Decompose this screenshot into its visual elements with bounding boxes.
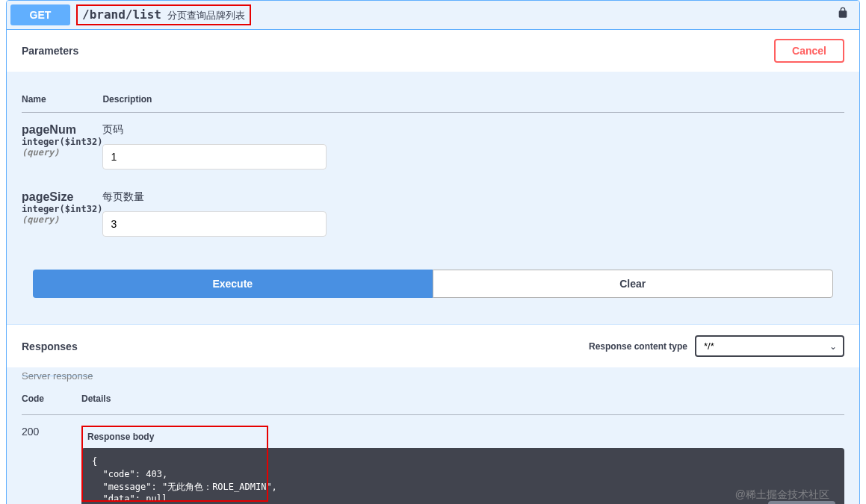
content-type-wrap: Response content type */* ⌄ [589,335,844,357]
path-text: /brand/list [82,7,161,22]
response-code-block: { "code": 403, "message": "无此角色：ROLE_ADM… [81,448,844,504]
watermark-text: @稀土掘金技术社区 [735,488,829,502]
parameters-table: Name Description pageNum integer($int32)… [22,87,844,247]
col-header-details: Details [81,383,844,415]
param-row: pageNum integer($int32) (query) 页码 [22,113,844,181]
content-type-label: Response content type [589,341,687,352]
responses-table: Code Details 200 Response body { "code":… [22,383,844,504]
responses-header: Responses Response content type */* ⌄ [7,324,859,367]
response-body-section: Server response Code Details 200 Respons… [7,367,859,504]
parameters-title: Parameters [22,45,78,57]
param-input-pagenum[interactable] [102,144,327,169]
parameters-body: Name Description pageNum integer($int32)… [7,72,859,324]
col-header-name: Name [22,87,102,113]
col-header-code: Code [22,383,81,415]
col-header-description: Description [102,87,844,113]
lock-icon[interactable] [837,7,849,22]
content-type-select[interactable]: */* [695,335,844,357]
cancel-button[interactable]: Cancel [774,39,844,63]
param-description: 页码 [102,123,844,137]
param-in: (query) [22,147,102,158]
operation-block: GET /brand/list 分页查询品牌列表 Parameters Canc… [6,0,860,504]
response-row: 200 Response body { "code": 403, "messag… [22,415,844,505]
param-type: integer($int32) [22,204,102,214]
param-in: (query) [22,214,102,225]
response-code: 200 [22,415,81,505]
responses-title: Responses [22,340,78,352]
param-name: pageNum [22,123,102,137]
param-name: pageSize [22,190,102,204]
execute-button[interactable]: Execute [33,270,433,298]
http-method-badge: GET [10,4,70,25]
param-row: pageSize integer($int32) (query) 每页数量 [22,180,844,247]
clear-button[interactable]: Clear [433,270,834,298]
param-input-pagesize[interactable] [102,211,327,237]
param-description: 每页数量 [102,190,844,204]
path-highlight: /brand/list 分页查询品牌列表 [76,4,251,25]
param-type: integer($int32) [22,137,102,147]
response-body-label: Response body [81,426,844,448]
server-response-label: Server response [22,366,844,382]
action-row: Execute Clear [22,247,844,309]
operation-summary[interactable]: GET /brand/list 分页查询品牌列表 [7,1,859,30]
path-description: 分页查询品牌列表 [167,9,245,22]
parameters-header: Parameters Cancel [7,30,859,72]
